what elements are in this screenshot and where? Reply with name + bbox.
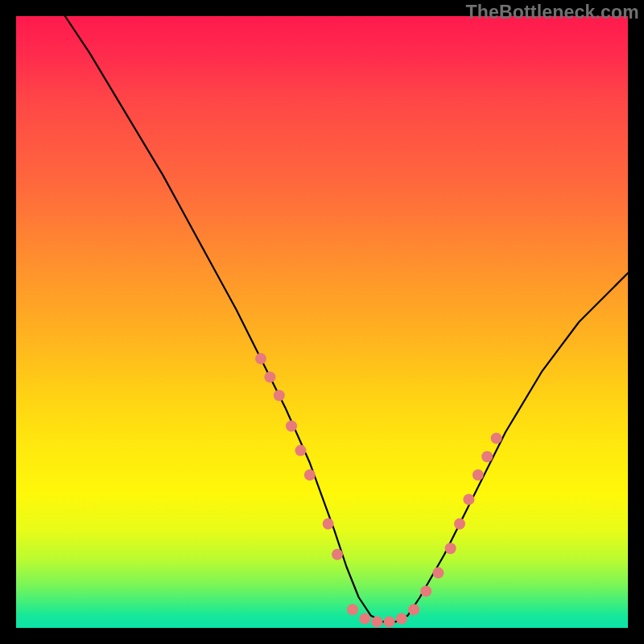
marker-dot <box>420 585 431 597</box>
marker-dot <box>255 353 266 365</box>
marker-dot <box>481 451 493 462</box>
marker-dot <box>454 518 465 530</box>
curve-layer <box>65 16 628 621</box>
marker-dot <box>384 616 395 627</box>
marker-dot <box>304 469 316 481</box>
marker-dot <box>491 432 502 444</box>
marker-dot <box>332 549 343 560</box>
marker-dot <box>295 445 306 456</box>
chart-svg <box>16 16 628 628</box>
bottleneck-curve <box>65 16 628 621</box>
marker-layer <box>255 353 502 628</box>
marker-dot <box>286 420 297 431</box>
chart-plot-area <box>16 16 628 628</box>
marker-dot <box>371 616 382 627</box>
marker-dot <box>264 371 275 382</box>
marker-dot <box>396 613 407 625</box>
marker-dot <box>445 543 456 554</box>
marker-dot <box>408 604 419 615</box>
chart-frame: TheBottleneck.com <box>0 0 644 644</box>
marker-dot <box>473 469 484 481</box>
watermark-text: TheBottleneck.com <box>465 2 639 23</box>
marker-dot <box>347 604 358 615</box>
marker-dot <box>432 568 444 579</box>
marker-dot <box>359 613 370 625</box>
marker-dot <box>274 390 285 401</box>
marker-dot <box>323 518 334 530</box>
marker-dot <box>463 493 474 505</box>
